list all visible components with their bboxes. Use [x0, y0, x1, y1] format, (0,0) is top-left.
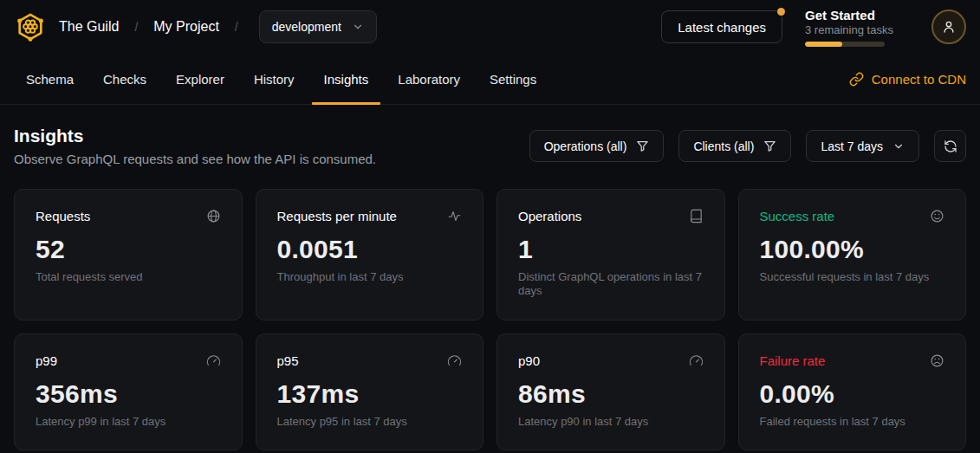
globe-icon — [206, 209, 221, 223]
card-description: Latency p90 in last 7 days — [518, 415, 704, 429]
tab-laboratory[interactable]: Laboratory — [386, 54, 472, 104]
stat-card-operations: Operations 1 Distinct GraphQL operations… — [496, 189, 725, 320]
gauge-icon — [447, 353, 462, 368]
card-value: 356ms — [36, 379, 221, 409]
refresh-button[interactable] — [934, 130, 966, 162]
nav-tabs: Schema Checks Explorer History Insights … — [14, 54, 548, 104]
card-value: 100.00% — [760, 235, 945, 264]
card-value: 1 — [518, 235, 704, 264]
card-description: Throughput in last 7 days — [277, 270, 463, 284]
avatar[interactable] — [931, 10, 966, 44]
card-title: p90 — [518, 353, 540, 368]
breadcrumb-project[interactable]: My Project — [153, 19, 219, 35]
tab-checks[interactable]: Checks — [91, 54, 159, 104]
target-selector-value: development — [272, 20, 341, 34]
page-heading-block: Insights Observe GraphQL requests and se… — [14, 126, 376, 166]
stat-card-requests-per-minute: Requests per minute 0.0051 Throughput in… — [256, 189, 484, 320]
refresh-icon — [944, 139, 957, 153]
app-header: The Guild / My Project / development Lat… — [0, 0, 980, 54]
filter-funnel-icon — [636, 139, 649, 152]
tab-settings[interactable]: Settings — [477, 54, 548, 104]
card-title: Requests — [36, 209, 90, 223]
card-value: 86ms — [518, 379, 704, 409]
progress-fill — [805, 42, 842, 47]
chevron-down-icon — [892, 140, 905, 152]
card-description: Total requests served — [36, 270, 221, 284]
clients-filter-label: Clients (all) — [693, 139, 754, 153]
frown-icon — [930, 353, 944, 368]
breadcrumb-org[interactable]: The Guild — [59, 19, 119, 35]
filter-toolbar: Operations (all) Clients (all) Last 7 da… — [529, 130, 966, 162]
breadcrumb-separator: / — [131, 20, 141, 34]
insights-page: Insights Observe GraphQL requests and se… — [0, 105, 980, 450]
header-actions: Latest changes Get Started 3 remaining t… — [661, 8, 966, 47]
link-icon — [849, 72, 864, 87]
user-icon — [941, 19, 957, 35]
stat-card-p99: p99 356ms Latency p99 in last 7 days — [14, 333, 243, 450]
tab-explorer[interactable]: Explorer — [164, 54, 237, 104]
gauge-icon — [206, 353, 221, 368]
date-range-button[interactable]: Last 7 days — [806, 130, 919, 162]
card-description: Latency p99 in last 7 days — [36, 415, 221, 429]
tab-insights[interactable]: Insights — [312, 54, 381, 104]
page-title: Insights — [14, 126, 376, 146]
stat-card-success-rate: Success rate 100.00% Successful requests… — [738, 189, 967, 320]
card-title: Operations — [518, 209, 581, 223]
get-started-title: Get Started — [805, 8, 909, 23]
filter-funnel-icon — [763, 139, 776, 152]
connect-to-cdn-link[interactable]: Connect to CDN — [849, 54, 966, 104]
chevron-down-icon — [352, 21, 364, 33]
gauge-icon — [689, 353, 704, 368]
card-value: 0.0051 — [277, 235, 463, 264]
stats-grid: Requests 52 Total requests served Reques… — [14, 189, 966, 450]
page-subtitle: Observe GraphQL requests and see how the… — [14, 152, 376, 166]
card-value: 137ms — [277, 379, 463, 409]
breadcrumb: The Guild / My Project / development — [14, 10, 377, 44]
target-selector[interactable]: development — [259, 10, 377, 43]
stat-card-failure-rate: Failure rate 0.00% Failed requests in la… — [738, 333, 967, 450]
card-title: p95 — [277, 353, 299, 368]
operations-filter-button[interactable]: Operations (all) — [529, 130, 665, 162]
card-description: Distinct GraphQL operations in last 7 da… — [518, 270, 704, 299]
latest-changes-label: Latest changes — [678, 20, 766, 35]
stat-card-requests: Requests 52 Total requests served — [14, 189, 243, 320]
tab-schema[interactable]: Schema — [14, 54, 86, 104]
card-description: Failed requests in last 7 days — [760, 415, 945, 429]
clients-filter-button[interactable]: Clients (all) — [678, 130, 791, 162]
notification-dot-icon — [777, 8, 785, 16]
card-value: 0.00% — [760, 379, 945, 409]
smile-icon — [930, 209, 944, 223]
operations-filter-label: Operations (all) — [544, 139, 627, 153]
card-title: p99 — [36, 353, 57, 368]
card-description: Successful requests in last 7 days — [760, 270, 945, 284]
stat-card-p95: p95 137ms Latency p95 in last 7 days — [256, 333, 484, 450]
main-nav: Schema Checks Explorer History Insights … — [0, 54, 980, 105]
activity-icon — [447, 209, 462, 223]
get-started-subtitle: 3 remaining tasks — [805, 23, 909, 36]
guild-logo-icon[interactable] — [14, 10, 47, 44]
tab-history[interactable]: History — [242, 54, 307, 104]
card-description: Latency p95 in last 7 days — [277, 415, 463, 429]
card-value: 52 — [36, 235, 221, 264]
card-title: Failure rate — [760, 353, 826, 368]
get-started-widget[interactable]: Get Started 3 remaining tasks — [805, 8, 909, 47]
card-title: Requests per minute — [277, 209, 397, 223]
date-range-label: Last 7 days — [821, 139, 883, 153]
latest-changes-button[interactable]: Latest changes — [661, 10, 782, 43]
get-started-progress-bar — [805, 42, 885, 47]
connect-to-cdn-label: Connect to CDN — [872, 72, 966, 87]
book-icon — [689, 209, 704, 223]
breadcrumb-separator: / — [231, 20, 242, 34]
card-title: Success rate — [760, 209, 835, 223]
stat-card-p90: p90 86ms Latency p90 in last 7 days — [496, 333, 725, 450]
